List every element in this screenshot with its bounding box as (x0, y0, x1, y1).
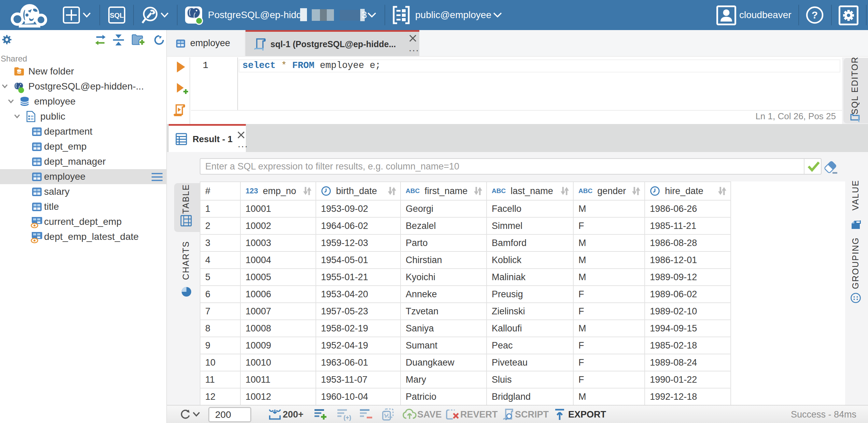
svg-text:SQL: SQL (110, 12, 124, 19)
svg-text:(+): (+) (344, 414, 351, 421)
svg-text:?: ? (812, 9, 818, 21)
